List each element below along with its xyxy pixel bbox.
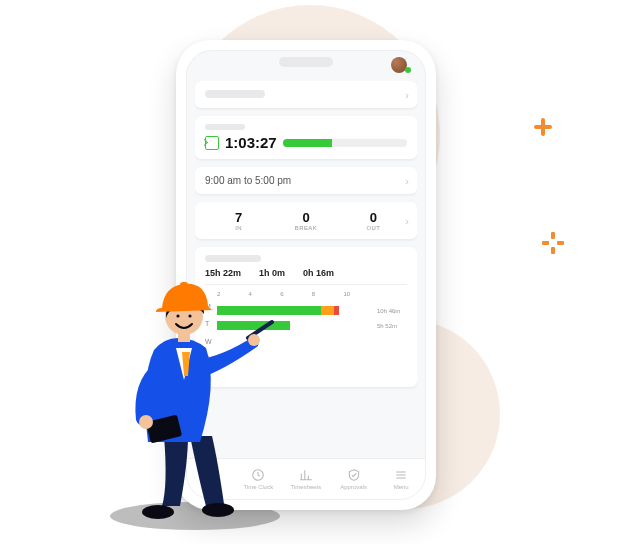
svg-point-10 — [248, 334, 260, 346]
chart-icon — [299, 468, 313, 482]
chevron-right-icon: › — [405, 215, 409, 227]
header-card[interactable]: › — [195, 81, 417, 108]
svg-point-8 — [139, 415, 153, 429]
schedule-card[interactable]: 9:00 am to 5:00 pm › — [195, 167, 417, 194]
placeholder-bar — [205, 90, 265, 98]
menu-icon — [394, 468, 408, 482]
phone-notch — [279, 57, 333, 67]
stat-break: 0 BREAK — [272, 210, 339, 231]
total-3: 0h 16m — [303, 268, 334, 278]
svg-point-15 — [188, 314, 191, 317]
placeholder-bar — [205, 124, 245, 130]
svg-rect-13 — [180, 282, 188, 292]
clock-in-icon — [205, 136, 219, 150]
stat-in: 7 IN — [205, 210, 272, 231]
chevron-right-icon: › — [405, 175, 409, 187]
schedule-range: 9:00 am to 5:00 pm — [205, 175, 291, 186]
attendance-stats-card[interactable]: 7 IN 0 BREAK 0 OUT › — [195, 202, 417, 239]
presence-dot — [405, 67, 411, 73]
sparkle-icon — [542, 232, 564, 254]
tab-menu[interactable]: Menu — [377, 459, 425, 499]
timer-progress — [283, 139, 407, 147]
svg-rect-0 — [551, 232, 555, 239]
sparkle-icon — [534, 118, 552, 136]
tab-approvals[interactable]: Approvals — [330, 459, 378, 499]
svg-rect-2 — [542, 241, 549, 245]
chevron-right-icon: › — [405, 89, 409, 101]
timer-card[interactable]: 1:03:27 — [195, 116, 417, 159]
timer-value: 1:03:27 — [225, 134, 277, 151]
svg-point-14 — [176, 314, 179, 317]
placeholder-bar — [205, 255, 261, 262]
svg-rect-3 — [557, 241, 564, 245]
svg-rect-1 — [551, 247, 555, 254]
worker-illustration — [96, 268, 296, 528]
svg-point-6 — [202, 503, 234, 517]
svg-point-5 — [142, 505, 174, 519]
stat-out: 0 OUT — [340, 210, 407, 231]
shield-check-icon — [347, 468, 361, 482]
